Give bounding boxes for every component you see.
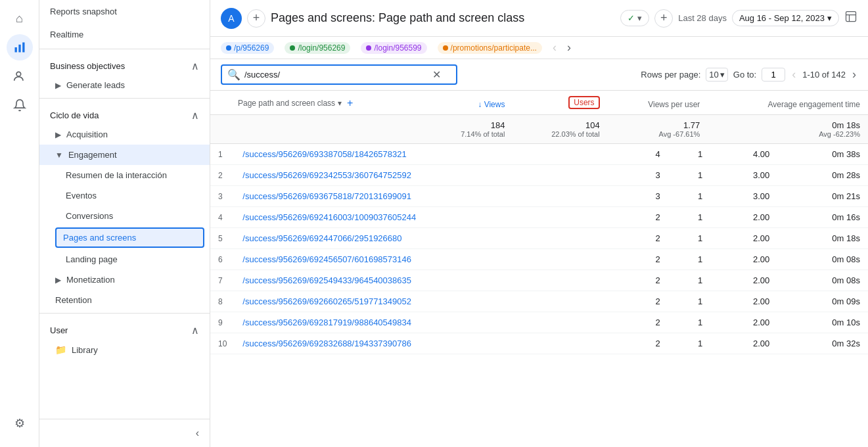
- row-avg-10: 0m 32s: [777, 333, 868, 354]
- sidebar-item-acquisition[interactable]: ▶ Acquisition: [39, 124, 210, 145]
- row-views-1: 4: [626, 144, 668, 165]
- sidebar-item-reports-snapshot[interactable]: Reports snapshot: [39, 0, 210, 23]
- path-link-5[interactable]: /success/956269/692447066/2951926680: [242, 233, 401, 243]
- chevron-up-icon-2: ∧: [191, 109, 199, 122]
- path-link-9[interactable]: /success/956269/692817919/988640549834: [242, 318, 411, 327]
- analytics-icon[interactable]: [7, 34, 33, 60]
- chevron-down-icon: ▾: [637, 13, 642, 23]
- sidebar-item-library[interactable]: 📁 Library: [39, 339, 210, 360]
- table-row: 6 /success/956269/692456507/601698573146…: [210, 249, 868, 270]
- path-link-6[interactable]: /success/956269/692456507/601698573146: [242, 254, 411, 264]
- col-num: [210, 91, 230, 115]
- row-users-6: 1: [668, 249, 711, 270]
- sidebar-item-eventos[interactable]: Eventos: [39, 185, 210, 206]
- prev-page-button[interactable]: ‹: [790, 66, 797, 83]
- row-num-5: 5: [210, 228, 235, 249]
- row-num-2: 2: [210, 165, 235, 186]
- tab-login956269[interactable]: /login/956269: [285, 42, 350, 54]
- row-num-7: 7: [210, 270, 235, 291]
- sidebar-item-conversions[interactable]: Conversions: [39, 206, 210, 226]
- sidebar-item-monetization[interactable]: ▶ Monetization: [39, 270, 210, 290]
- table-area: 🔍 ✕ Rows per page: 10 ▾ Go to: ‹ 1-10 of…: [210, 59, 868, 447]
- totals-vpu: 1.77 Avg -67.61%: [608, 115, 708, 144]
- path-link-1[interactable]: /success/956269/693387058/18426578321: [242, 149, 406, 159]
- last-days-label: Last 28 days: [678, 13, 727, 23]
- row-num-4: 4: [210, 207, 235, 228]
- row-path-4: /success/956269/692416003/1009037605244: [235, 207, 626, 228]
- tab-dot-4: [443, 45, 448, 51]
- row-avg-5: 0m 18s: [777, 228, 868, 249]
- row-users-10: 1: [668, 333, 711, 354]
- goto-label: Go to:: [733, 70, 756, 80]
- row-avg-9: 0m 10s: [777, 312, 868, 333]
- table-row: 8 /success/956269/692660265/519771349052…: [210, 291, 868, 312]
- path-link-2[interactable]: /success/956269/692342553/360764752592: [242, 170, 411, 180]
- row-vpu-3: 3.00: [710, 186, 777, 207]
- campaigns-icon[interactable]: [7, 92, 33, 118]
- col-dropdown-icon[interactable]: ▾: [338, 99, 342, 108]
- sidebar-item-realtime[interactable]: Realtime: [39, 23, 210, 46]
- sidebar-item-retention[interactable]: Retention: [39, 290, 210, 310]
- row-views-2: 3: [626, 165, 668, 186]
- path-link-3[interactable]: /success/956269/693675818/720131699091: [242, 191, 411, 201]
- section-business-objectives[interactable]: Business objectives ∧: [39, 52, 210, 75]
- home-icon[interactable]: ⌂: [7, 5, 33, 32]
- sidebar-item-engagement[interactable]: ▼ Engagement: [39, 145, 210, 165]
- main-content: A + Pages and screens: Page path and scr…: [210, 0, 868, 447]
- row-users-8: 1: [668, 291, 711, 312]
- search-people-icon[interactable]: [7, 63, 33, 89]
- search-input[interactable]: [244, 70, 428, 80]
- data-table: Page path and screen class ▾ + ↓ Views U…: [210, 91, 868, 144]
- table-row: 3 /success/956269/693675818/720131699091…: [210, 186, 868, 207]
- row-avg-6: 0m 08s: [777, 249, 868, 270]
- col-users-header[interactable]: Users: [513, 91, 607, 115]
- add-dimension-button[interactable]: +: [347, 97, 353, 109]
- tab-login956599[interactable]: /login/956599: [361, 42, 426, 54]
- totals-row: 184 7.14% of total 104 22.03% of total 1…: [210, 115, 868, 144]
- row-num-3: 3: [210, 186, 235, 207]
- report-icon[interactable]: [844, 10, 857, 26]
- control-row: 🔍 ✕ Rows per page: 10 ▾ Go to: ‹ 1-10 of…: [210, 59, 868, 91]
- path-link-4[interactable]: /success/956269/692416003/1009037605244: [242, 212, 416, 222]
- tabs-prev-icon[interactable]: ‹: [553, 41, 557, 55]
- sidebar: Reports snapshot Realtime Business objec…: [39, 0, 210, 447]
- next-page-button[interactable]: ›: [851, 66, 857, 83]
- section-ciclo-de-vida[interactable]: Ciclo de vida ∧: [39, 101, 210, 124]
- sidebar-item-landing-page[interactable]: Landing page: [39, 249, 210, 270]
- data-quality-badge[interactable]: ✓ ▾: [620, 10, 649, 26]
- row-users-3: 1: [668, 186, 711, 207]
- path-link-8[interactable]: /success/956269/692660265/519771349052: [242, 296, 411, 306]
- arrow-right-icon: ▶: [55, 81, 61, 90]
- sidebar-item-pages-screens[interactable]: Pages and screens: [55, 227, 204, 248]
- settings-icon[interactable]: ⚙: [7, 410, 33, 436]
- row-path-2: /success/956269/692342553/360764752592: [235, 165, 626, 186]
- sidebar-item-resumen[interactable]: Resumen de la interacción: [39, 165, 210, 185]
- table-row: 4 /success/956269/692416003/100903760524…: [210, 207, 868, 228]
- totals-avg: 0m 18s Avg -62.23%: [708, 115, 868, 144]
- tab-p956269[interactable]: /p/956269: [221, 42, 274, 54]
- col-avg-engagement-header: Average engagement time: [708, 91, 868, 115]
- chevron-up-icon: ∧: [191, 60, 199, 72]
- path-link-7[interactable]: /success/956269/692549433/964540038635: [242, 275, 411, 285]
- tabs-next-icon[interactable]: ›: [567, 41, 571, 55]
- row-vpu-2: 3.00: [710, 165, 777, 186]
- collapse-sidebar-icon[interactable]: ‹: [196, 427, 199, 439]
- rows-per-page-select[interactable]: 10 ▾: [706, 68, 727, 82]
- data-rows-table: 1 /success/956269/693387058/18426578321 …: [210, 144, 868, 354]
- section-user[interactable]: User ∧: [39, 316, 210, 339]
- row-num-9: 9: [210, 312, 235, 333]
- add-metric-button[interactable]: +: [654, 9, 673, 28]
- date-range-picker[interactable]: Aug 16 - Sep 12, 2023 ▾: [732, 10, 839, 26]
- table-row: 10 /success/956269/692832688/19433739078…: [210, 333, 868, 354]
- clear-search-icon[interactable]: ✕: [432, 68, 441, 81]
- path-link-10[interactable]: /success/956269/692832688/194337390786: [242, 339, 411, 348]
- tab-promotions[interactable]: /promotions/participate...: [438, 42, 542, 54]
- chevron-down-icon-3: ▾: [720, 70, 725, 80]
- add-comparison-button[interactable]: +: [247, 9, 265, 28]
- rows-per-page-label: Rows per page:: [641, 70, 700, 80]
- sidebar-item-generate-leads[interactable]: ▶ Generate leads: [39, 75, 210, 95]
- table-row: 2 /success/956269/692342553/360764752592…: [210, 165, 868, 186]
- goto-input[interactable]: [762, 68, 785, 82]
- page-title: Pages and screens: Page path and screen …: [271, 11, 615, 25]
- totals-num: [210, 115, 230, 144]
